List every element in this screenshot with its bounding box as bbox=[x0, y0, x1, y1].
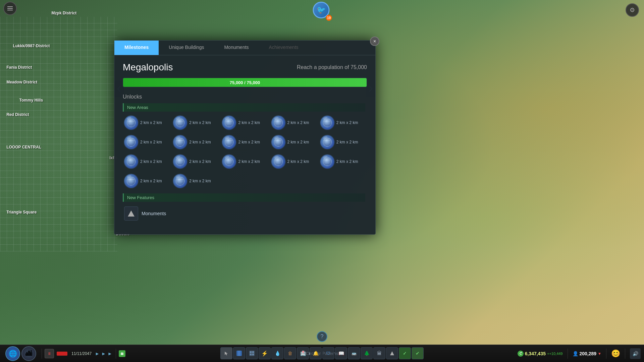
modal-content: Megalopolis Reach a population of 75,000… bbox=[114, 55, 375, 234]
tool-zone[interactable] bbox=[246, 347, 258, 359]
globe-icon bbox=[127, 157, 136, 166]
area-icon bbox=[320, 155, 334, 169]
area-icon bbox=[124, 116, 138, 130]
speed-2-button[interactable]: ► bbox=[101, 350, 107, 357]
progress-bar-container: 75,000 / 75,000 bbox=[123, 78, 367, 87]
money-display: Ƈ 6,347,435 ++10,449 bbox=[518, 351, 563, 357]
tool-transport[interactable]: 🚌 bbox=[348, 347, 360, 359]
svg-rect-11 bbox=[252, 351, 254, 353]
tool-cursor[interactable] bbox=[220, 347, 232, 359]
modal-close-button[interactable]: × bbox=[370, 37, 379, 46]
area-tile: 2 km x 2 km bbox=[172, 134, 218, 150]
areas-grid: 2 km x 2 km 2 km x 2 km 2 km x 2 km 2 km… bbox=[123, 114, 365, 189]
tool-icons-bar: ⚡ 💧 🗑 🏥 🔔 🛡 📖 🚌 🌲 🏛 bbox=[217, 347, 427, 359]
city-icons-group: 🌐 🏙 bbox=[3, 346, 39, 361]
tab-achievements[interactable]: Achievements bbox=[259, 41, 309, 55]
sep5 bbox=[625, 349, 625, 359]
pause-button[interactable]: ⏸ bbox=[45, 349, 54, 358]
speed-buttons: ► ► ► bbox=[94, 350, 113, 357]
area-icon bbox=[124, 155, 138, 169]
tab-monuments[interactable]: Monuments bbox=[214, 41, 259, 55]
area-label: 2 km x 2 km bbox=[287, 140, 309, 144]
svg-marker-6 bbox=[225, 352, 228, 355]
svg-rect-0 bbox=[7, 6, 13, 7]
tool-water[interactable]: 💧 bbox=[271, 347, 283, 359]
globe-icon bbox=[323, 157, 332, 166]
area-tile: 2 km x 2 km bbox=[319, 114, 365, 131]
pause-indicator-bar bbox=[57, 352, 67, 356]
tool-bulldoze[interactable]: ✓ bbox=[399, 347, 411, 359]
globe-icon bbox=[127, 138, 136, 146]
area-label: 2 km x 2 km bbox=[287, 120, 309, 125]
tab-bar: Milestones Unique Buildings Monuments Ac… bbox=[114, 41, 375, 55]
feature-label: Monuments bbox=[142, 211, 166, 216]
area-tile: 2 km x 2 km bbox=[270, 153, 316, 170]
globe-icon bbox=[176, 177, 184, 185]
globe-icon bbox=[176, 157, 184, 166]
area-label: 2 km x 2 km bbox=[140, 120, 162, 125]
tool-health[interactable]: 🏥 bbox=[297, 347, 309, 359]
svg-rect-13 bbox=[252, 354, 254, 355]
tool-electricity[interactable]: ⚡ bbox=[259, 347, 271, 359]
menu-button[interactable] bbox=[3, 2, 17, 15]
tool-police[interactable]: 🛡 bbox=[322, 347, 334, 359]
speed-1-button[interactable]: ► bbox=[94, 350, 100, 357]
tool-unique-buildings[interactable]: 🏛 bbox=[373, 347, 385, 359]
tool-roads[interactable] bbox=[233, 347, 245, 359]
area-label: 2 km x 2 km bbox=[140, 179, 162, 183]
top-bar: 🐦 19 ⚙ bbox=[0, 0, 644, 17]
tool-monuments[interactable] bbox=[386, 347, 398, 359]
sep4 bbox=[606, 349, 606, 359]
tool-fire[interactable]: 🔔 bbox=[310, 347, 322, 359]
globe-icon bbox=[323, 138, 332, 146]
feature-tile-monuments: Monuments bbox=[123, 204, 365, 223]
tool-parks[interactable]: 🌲 bbox=[361, 347, 373, 359]
globe-icon bbox=[225, 138, 233, 146]
area-icon bbox=[320, 116, 334, 130]
help-button[interactable]: ? bbox=[317, 331, 327, 342]
city-view-button[interactable]: 🏙 bbox=[21, 346, 36, 361]
population-icon: 👤 bbox=[573, 351, 578, 356]
money-amount: 6,347,435 bbox=[525, 351, 546, 356]
character-icon[interactable]: 🐦 19 bbox=[313, 2, 331, 20]
area-label: 2 km x 2 km bbox=[336, 120, 358, 125]
area-icon bbox=[222, 155, 236, 169]
city-grid bbox=[0, 17, 117, 251]
sep1 bbox=[42, 349, 42, 359]
area-icon bbox=[124, 174, 138, 188]
unlocks-scroll[interactable]: New Areas 2 km x 2 km 2 km x 2 km 2 km x… bbox=[123, 103, 367, 227]
area-tile: 2 km x 2 km bbox=[123, 173, 169, 189]
population-change: ▼ bbox=[598, 352, 601, 356]
tab-unique-buildings[interactable]: Unique Buildings bbox=[159, 41, 214, 55]
area-tile: 2 km x 2 km bbox=[172, 114, 218, 131]
money-coin-icon: Ƈ bbox=[518, 351, 524, 357]
area-label: 2 km x 2 km bbox=[238, 159, 260, 164]
area-label: 2 km x 2 km bbox=[287, 159, 309, 164]
speed-3-button[interactable]: ► bbox=[107, 350, 113, 357]
tool-garbage[interactable]: 🗑 bbox=[284, 347, 296, 359]
taskbar: 🌐 🏙 ⏸ 11/11/2047 ► ► ► Circular Patterns bbox=[0, 345, 644, 362]
happiness-icon: 😊 bbox=[611, 349, 620, 358]
globe-view-button[interactable]: 🌐 bbox=[5, 346, 20, 361]
svg-marker-14 bbox=[390, 351, 394, 355]
sound-button[interactable]: 🔊 bbox=[630, 348, 641, 359]
globe-icon bbox=[225, 118, 233, 127]
area-tile: 2 km x 2 km bbox=[172, 173, 218, 189]
area-icon bbox=[124, 135, 138, 149]
budget-button[interactable] bbox=[119, 350, 125, 357]
area-tile: 2 km x 2 km bbox=[123, 134, 169, 150]
area-icon bbox=[173, 116, 187, 130]
progress-text: 75,000 / 75,000 bbox=[230, 80, 260, 85]
area-icon bbox=[173, 155, 187, 169]
tool-check[interactable]: ✔ bbox=[412, 347, 424, 359]
globe-icon bbox=[225, 157, 233, 166]
svg-rect-3 bbox=[121, 353, 123, 355]
settings-button[interactable]: ⚙ bbox=[626, 3, 639, 17]
globe-icon bbox=[127, 177, 136, 185]
tool-education[interactable]: 📖 bbox=[335, 347, 347, 359]
triangle-icon bbox=[128, 210, 135, 217]
milestone-header: Megalopolis Reach a population of 75,000 bbox=[123, 62, 367, 73]
tab-milestones[interactable]: Milestones bbox=[114, 41, 159, 55]
milestone-title: Megalopolis bbox=[123, 62, 173, 73]
area-icon bbox=[320, 135, 334, 149]
